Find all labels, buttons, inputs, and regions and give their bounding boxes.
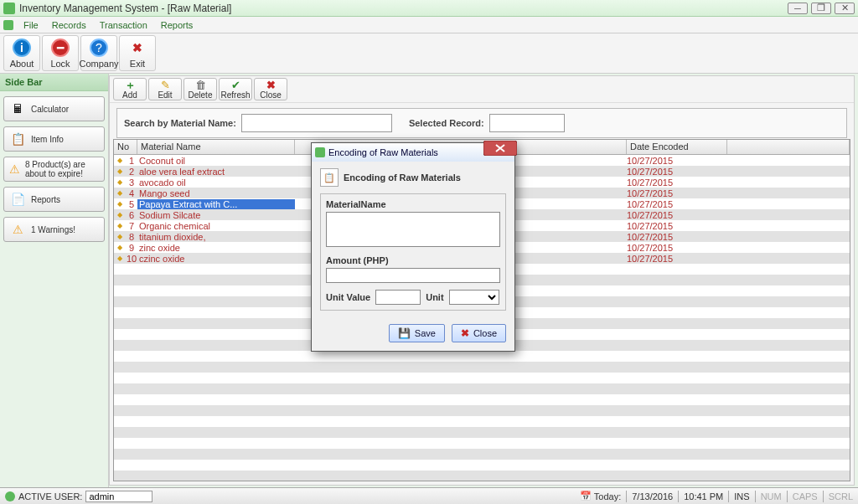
status-ins: INS xyxy=(734,491,749,501)
col-header-date[interactable]: Date Encoded xyxy=(627,140,727,154)
warning-icon: ⚠ xyxy=(9,221,26,238)
row-no: 10 xyxy=(126,254,137,264)
row-no: 5 xyxy=(126,199,137,209)
unit-label: Unit xyxy=(426,292,443,302)
row-material-name: czinc oxide xyxy=(137,254,295,264)
col-header-no[interactable]: No xyxy=(114,140,137,154)
sidebar-item-warnings[interactable]: ⚠ 1 Warnings! xyxy=(3,217,105,242)
menu-reports[interactable]: Reports xyxy=(154,20,200,30)
delete-button[interactable]: 🗑 Delete xyxy=(183,78,217,100)
about-button[interactable]: i About xyxy=(3,35,40,71)
pencil-icon: ✎ xyxy=(161,80,170,90)
close-content-button[interactable]: ✖ Close xyxy=(254,78,287,100)
save-label: Save xyxy=(415,328,436,338)
add-button[interactable]: ＋ Add xyxy=(113,78,147,100)
company-button[interactable]: ? Company xyxy=(80,35,117,71)
row-bullet-icon: ◆ xyxy=(114,233,126,240)
row-date-encoded: 10/27/2015 xyxy=(627,221,727,231)
row-no: 8 xyxy=(126,232,137,242)
user-icon xyxy=(5,491,15,501)
row-material-name: Coconut oil xyxy=(137,156,295,166)
menu-bar: File Records Transaction Reports xyxy=(0,17,858,33)
menu-records[interactable]: Records xyxy=(45,20,93,30)
active-user-label: ACTIVE USER: xyxy=(18,491,82,501)
row-bullet-icon: ◆ xyxy=(114,211,126,219)
active-user-field[interactable] xyxy=(85,491,152,502)
row-no: 4 xyxy=(126,188,137,198)
row-material-name: Papaya Extract with C... xyxy=(137,199,295,209)
row-material-name: Sodium Silcate xyxy=(137,210,295,220)
menu-transaction[interactable]: Transaction xyxy=(93,20,154,30)
amount-input[interactable] xyxy=(326,268,500,283)
row-no: 6 xyxy=(126,210,137,220)
col-header-name[interactable]: Material Name xyxy=(137,140,295,154)
reports-icon: 📄 xyxy=(9,191,26,208)
menu-file[interactable]: File xyxy=(17,20,45,30)
col-header-end xyxy=(727,140,850,154)
clipboard-icon: 📋 xyxy=(320,168,339,187)
iteminfo-icon: 📋 xyxy=(9,131,26,147)
unit-value-input[interactable] xyxy=(375,290,421,305)
dialog-close-button[interactable]: ✖ Close xyxy=(452,324,506,342)
row-bullet-icon: ◆ xyxy=(114,255,126,262)
dialog-close-x[interactable] xyxy=(483,141,517,154)
close-window-button[interactable]: ✕ xyxy=(835,3,855,14)
sidebar-item-calculator[interactable]: 🖩 Calculator xyxy=(3,96,105,121)
sidebar-item-reports[interactable]: 📄 Reports xyxy=(3,187,105,212)
encoding-dialog: Encoding of Raw Materials 📋 Encoding of … xyxy=(311,142,515,352)
row-material-name: aloe vera leaf extract xyxy=(137,167,295,177)
row-no: 7 xyxy=(126,221,137,231)
row-material-name: titanium dioxide, xyxy=(137,232,295,242)
row-bullet-icon: ◆ xyxy=(114,167,126,175)
row-bullet-icon: ◆ xyxy=(114,222,126,229)
row-bullet-icon: ◆ xyxy=(114,178,126,186)
trash-icon: 🗑 xyxy=(195,80,206,90)
row-no: 9 xyxy=(126,243,137,253)
status-date: 7/13/2016 xyxy=(632,491,673,501)
x-icon: ✖ xyxy=(266,80,276,90)
status-caps: CAPS xyxy=(793,491,818,501)
row-date-encoded: 10/27/2015 xyxy=(627,156,727,166)
row-material-name: avocado oil xyxy=(137,177,295,188)
info-icon: i xyxy=(13,39,31,57)
close-label: Close xyxy=(473,328,497,338)
window-title: Inventory Management System - [Raw Mater… xyxy=(19,3,788,14)
sidebar-item-expiring[interactable]: ⚠ 8 Product(s) are about to expire! xyxy=(3,157,105,182)
main-toolbar: i About ━ Lock ? Company ✖ Exit xyxy=(0,33,858,74)
window-titlebar: Inventory Management System - [Raw Mater… xyxy=(0,0,858,17)
warning-icon: ⚠ xyxy=(9,161,20,177)
unit-select[interactable] xyxy=(449,290,499,305)
minimize-button[interactable]: ─ xyxy=(788,3,808,14)
refresh-button[interactable]: ✔ Refresh xyxy=(219,78,252,100)
row-no: 3 xyxy=(126,177,137,188)
material-name-input[interactable] xyxy=(326,212,500,247)
today-label: Today: xyxy=(594,491,621,501)
dialog-save-button[interactable]: 💾 Save xyxy=(389,324,445,342)
search-input[interactable] xyxy=(241,114,392,132)
exit-button[interactable]: ✖ Exit xyxy=(119,35,156,71)
lock-button[interactable]: ━ Lock xyxy=(42,35,79,71)
sidebar-item-item-info[interactable]: 📋 Item Info xyxy=(3,126,105,152)
row-date-encoded: 10/27/2015 xyxy=(627,167,727,177)
exit-icon: ✖ xyxy=(128,39,147,57)
edit-button[interactable]: ✎ Edit xyxy=(148,78,182,100)
search-row: Search by Material Name: Selected Record… xyxy=(116,108,847,138)
row-bullet-icon: ◆ xyxy=(114,189,126,197)
row-material-name: zinc oxide xyxy=(137,243,295,253)
sub-toolbar: ＋ Add ✎ Edit 🗑 Delete ✔ Refresh ✖ Close xyxy=(110,76,854,103)
app-menu-icon[interactable] xyxy=(3,20,13,30)
calendar-icon: 📅 xyxy=(580,491,592,501)
search-label: Search by Material Name: xyxy=(124,118,236,128)
row-date-encoded: 10/27/2015 xyxy=(627,210,727,220)
dialog-titlebar[interactable]: Encoding of Raw Materials xyxy=(312,143,514,162)
status-scrl: SCRL xyxy=(829,491,853,501)
row-material-name: Organic chemical xyxy=(137,221,295,231)
row-bullet-icon: ◆ xyxy=(114,244,126,251)
status-bar: ACTIVE USER: 📅 Today: 7/13/2016 10:41 PM… xyxy=(0,487,858,504)
status-time: 10:41 PM xyxy=(684,491,723,501)
selected-record-input[interactable] xyxy=(489,114,565,132)
unit-value-label: Unit Value xyxy=(326,292,370,302)
restore-button[interactable]: ❐ xyxy=(811,3,831,14)
amount-label: Amount (PHP) xyxy=(326,255,500,265)
row-date-encoded: 10/27/2015 xyxy=(627,188,727,198)
